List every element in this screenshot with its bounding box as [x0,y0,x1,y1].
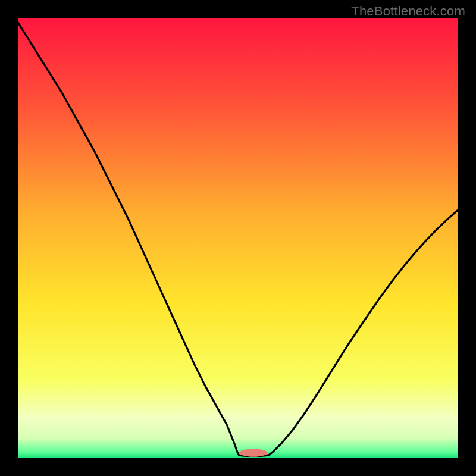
chart-background [18,18,458,458]
chart-frame: TheBottleneck.com [0,0,476,476]
optimal-point-marker [239,449,267,456]
bottleneck-chart [0,0,476,476]
chart-marker [239,449,267,456]
watermark-text: TheBottleneck.com [351,4,465,19]
